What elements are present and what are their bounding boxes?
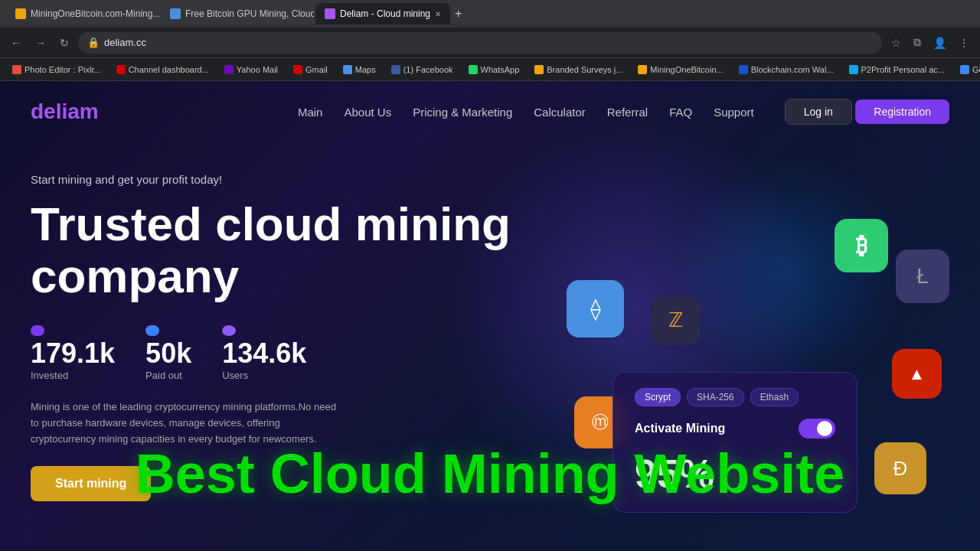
browser-chrome: MiningOneBitcoin.com-Mining... ✕ Free Bi…: [0, 0, 980, 81]
register-button[interactable]: Registration: [855, 99, 949, 124]
tab-3-close[interactable]: ✕: [435, 10, 441, 18]
bookmark-0-label: Photo Editor : Pixlr...: [24, 65, 101, 74]
bookmark-8-favicon: [638, 65, 647, 74]
back-button[interactable]: ←: [6, 34, 26, 52]
hero-description: Mining is one of the leading cryptocurre…: [31, 399, 337, 447]
nav-faq[interactable]: FAQ: [669, 106, 692, 119]
nav-links: Main About Us Pricing & Marketing Calcul…: [298, 106, 754, 119]
tab-2-favicon: [170, 8, 181, 19]
hero-section: Start mining and get your profit today! …: [0, 142, 980, 501]
stat-users-value: 134.6k: [222, 337, 306, 370]
navigation: deliam Main About Us Pricing & Marketing…: [0, 81, 980, 142]
bookmark-3[interactable]: Gmail: [287, 64, 334, 76]
extensions-button[interactable]: ⧉: [909, 33, 926, 52]
bookmark-7[interactable]: Branded Surveys j...: [528, 64, 629, 76]
bookmark-9-label: Blockchain.com Wal...: [751, 65, 834, 74]
tab-3[interactable]: Deliam - Cloud mining ✕: [315, 3, 450, 24]
bookmark-button[interactable]: ☆: [887, 34, 906, 52]
site-logo[interactable]: deliam: [31, 99, 99, 124]
profile-button[interactable]: 👤: [929, 34, 951, 52]
nav-main[interactable]: Main: [298, 106, 323, 119]
stat-users-icon: [222, 325, 236, 336]
bookmark-2-label: Yahoo Mail: [237, 65, 278, 74]
bookmark-5[interactable]: (1) Facebook: [385, 64, 459, 76]
login-button[interactable]: Log in: [785, 99, 852, 125]
tab-2[interactable]: Free Bitcoin GPU Mining, Cloud... ✕: [161, 3, 314, 24]
hero-subtitle: Start mining and get your profit today!: [31, 173, 949, 186]
stat-paidout-label: Paid out: [145, 370, 191, 381]
bookmark-11-label: Google AdSense: [972, 65, 980, 74]
bookmark-10[interactable]: P2Profit Personal ac...: [843, 64, 951, 76]
stat-invested: 179.1k Invested: [31, 325, 115, 381]
stat-invested-icon: [31, 325, 44, 336]
bookmark-11-favicon: [960, 65, 969, 74]
tab-3-label: Deliam - Cloud mining: [340, 8, 430, 19]
tab-1[interactable]: MiningOneBitcoin.com-Mining... ✕: [6, 3, 159, 24]
bookmark-2[interactable]: Yahoo Mail: [218, 64, 284, 76]
bookmark-8[interactable]: MiningOneBitcoin...: [632, 64, 729, 76]
logo-text: deliam: [31, 99, 99, 123]
bookmark-4-label: Maps: [355, 65, 376, 74]
bookmark-9-favicon: [739, 65, 748, 74]
stats-row: 179.1k Invested 50k Paid out 134.6k User…: [31, 325, 949, 381]
tab-bar: MiningOneBitcoin.com-Mining... ✕ Free Bi…: [0, 0, 980, 28]
nav-referral[interactable]: Referral: [607, 106, 648, 119]
bookmark-6[interactable]: WhatsApp: [462, 64, 526, 76]
bookmark-3-label: Gmail: [305, 65, 328, 74]
stat-invested-label: Invested: [31, 370, 115, 381]
bookmark-5-favicon: [391, 65, 400, 74]
browser-toolbar: ← → ↻ 🔒 deliam.cc ☆ ⧉ 👤 ⋮: [0, 28, 980, 58]
stat-paidout-value: 50k: [145, 337, 191, 370]
bookmark-8-label: MiningOneBitcoin...: [650, 65, 723, 74]
stat-paidout: 50k Paid out: [145, 325, 191, 381]
tab-1-favicon: [15, 8, 26, 19]
nav-support[interactable]: Support: [714, 106, 754, 119]
bookmark-4[interactable]: Maps: [337, 64, 382, 76]
address-bar[interactable]: 🔒 deliam.cc: [78, 32, 882, 54]
nav-calculator[interactable]: Calculator: [534, 106, 586, 119]
bookmark-7-label: Branded Surveys j...: [547, 65, 622, 74]
bookmark-4-favicon: [343, 65, 352, 74]
start-mining-button[interactable]: Start mining: [31, 466, 151, 501]
bookmark-1-favicon: [116, 65, 126, 74]
toolbar-actions: ☆ ⧉ 👤 ⋮: [887, 33, 974, 52]
bookmark-3-favicon: [293, 65, 302, 74]
bookmark-2-favicon: [224, 65, 234, 74]
bookmark-9[interactable]: Blockchain.com Wal...: [733, 64, 840, 76]
stat-paidout-icon: [145, 325, 159, 336]
refresh-button[interactable]: ↻: [55, 34, 74, 52]
bookmark-0-favicon: [12, 65, 21, 74]
bookmark-1[interactable]: Channel dashboard...: [110, 64, 215, 76]
url-display: deliam.cc: [104, 37, 146, 48]
stat-invested-value: 179.1k: [31, 337, 115, 370]
tab-3-favicon: [325, 8, 335, 19]
bookmark-6-label: WhatsApp: [481, 65, 520, 74]
bookmarks-bar: Photo Editor : Pixlr... Channel dashboar…: [0, 58, 980, 81]
nav-about[interactable]: About Us: [344, 106, 391, 119]
bookmark-1-label: Channel dashboard...: [129, 65, 209, 74]
bookmark-10-label: P2Profit Personal ac...: [861, 65, 945, 74]
nav-pricing[interactable]: Pricing & Marketing: [413, 106, 512, 119]
stat-users: 134.6k Users: [222, 325, 306, 381]
bookmark-0[interactable]: Photo Editor : Pixlr...: [6, 64, 107, 76]
bookmark-7-favicon: [534, 65, 544, 74]
hero-title: Trusted cloud mining company: [31, 198, 521, 302]
menu-button[interactable]: ⋮: [954, 34, 974, 52]
tab-2-label: Free Bitcoin GPU Mining, Cloud...: [185, 8, 314, 19]
bookmark-5-label: (1) Facebook: [403, 65, 453, 74]
bookmark-10-favicon: [849, 65, 858, 74]
bookmark-11[interactable]: Google AdSense: [954, 64, 980, 76]
new-tab-button[interactable]: +: [452, 4, 465, 24]
website-content: deliam Main About Us Pricing & Marketing…: [0, 81, 980, 551]
forward-button[interactable]: →: [31, 34, 51, 52]
stat-users-label: Users: [222, 370, 306, 381]
bookmark-6-favicon: [469, 65, 478, 74]
tab-1-label: MiningOneBitcoin.com-Mining...: [31, 8, 159, 19]
